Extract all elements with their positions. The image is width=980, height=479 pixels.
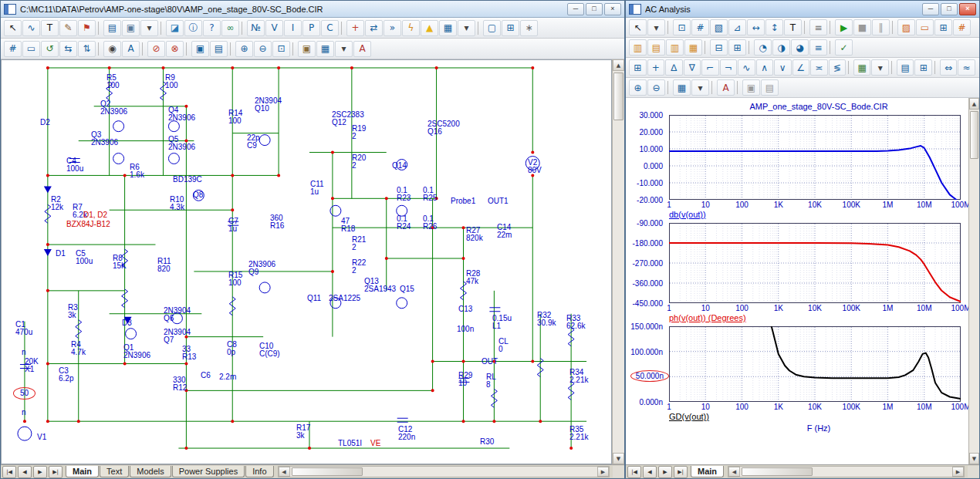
link-icon[interactable]: ∞ xyxy=(221,20,239,36)
step-arrows-icon[interactable]: » xyxy=(384,20,401,36)
component-label[interactable]: R10 4.3k xyxy=(170,196,184,211)
component-label[interactable]: Q4 2N3906 xyxy=(168,106,195,122)
minimize-button[interactable]: ─ xyxy=(922,3,939,15)
pause-icon[interactable]: ‖ xyxy=(872,19,890,35)
select-tool-icon[interactable]: ↖ xyxy=(4,20,22,36)
prev-page-button[interactable]: ◀ xyxy=(643,466,657,478)
component-label[interactable]: R14 100 xyxy=(228,110,242,125)
report-icon[interactable]: ▤ xyxy=(897,59,914,76)
close-button[interactable]: × xyxy=(604,3,621,15)
zoom-out-icon[interactable]: ⊖ xyxy=(254,41,272,57)
peak-icon[interactable]: ∆ xyxy=(665,59,683,76)
scrollbar-thumb[interactable] xyxy=(970,111,978,159)
component-label[interactable]: 2N3904 Q6 xyxy=(164,307,191,322)
component-label[interactable]: Q5 2N3906 xyxy=(168,136,195,151)
cursor-crosshair-icon[interactable]: # xyxy=(691,19,709,35)
warning-icon[interactable]: ▲ xyxy=(421,20,438,36)
component-label[interactable]: Q15 xyxy=(400,285,414,293)
currents-icon[interactable]: I xyxy=(284,20,302,36)
cursor-mode-dropdown-icon[interactable]: ▾ xyxy=(647,19,665,35)
quad-pane-icon[interactable]: ▦ xyxy=(684,39,702,56)
wire-tool-icon[interactable]: ∿ xyxy=(22,20,40,36)
numeric-output-icon[interactable]: ⊞ xyxy=(934,19,952,35)
color-brush-icon[interactable]: ◪ xyxy=(166,20,184,36)
component-label[interactable]: CL 0 xyxy=(498,338,509,353)
component-label[interactable]: 360 R16 xyxy=(270,214,284,230)
GD(v(out))-plot[interactable] xyxy=(669,326,961,402)
attribute-text-icon[interactable]: A xyxy=(353,41,371,57)
component-label[interactable]: 47 R18 xyxy=(341,218,355,233)
component-label[interactable]: n xyxy=(22,409,26,417)
slope-icon[interactable]: ∠ xyxy=(792,59,810,76)
component-dropdown-icon[interactable]: ▾ xyxy=(140,20,158,36)
align-cursors-icon[interactable]: ⇔ xyxy=(940,59,958,76)
analysis-vertical-scrollbar[interactable]: ▲ ▼ xyxy=(968,98,979,464)
tab-main[interactable]: Main xyxy=(66,466,99,477)
inflection-icon[interactable]: ∿ xyxy=(738,59,755,76)
layout-dropdown-icon[interactable]: ▾ xyxy=(335,41,353,57)
global-low-icon[interactable]: ∨ xyxy=(774,59,792,76)
component-label[interactable]: V2 80V xyxy=(528,159,542,174)
first-page-button[interactable]: |◀ xyxy=(627,466,641,478)
analysis-horizontal-scrollbar[interactable]: ◀ ▶ xyxy=(728,466,965,477)
component-label[interactable]: 0.1 R25 xyxy=(423,187,437,202)
data-points-icon[interactable]: ▨ xyxy=(897,19,915,35)
undo-icon[interactable]: ↺ xyxy=(41,41,59,57)
cursor-q2-icon[interactable]: ◑ xyxy=(772,39,790,56)
component-label[interactable]: R29 10 xyxy=(458,372,472,387)
text-tool-icon[interactable]: T xyxy=(41,20,59,36)
select-region-icon[interactable]: ▭ xyxy=(22,41,40,57)
phase-trace-label[interactable]: ph(v(out)) (Degrees) xyxy=(669,313,746,322)
component-label[interactable]: C13 xyxy=(458,305,472,313)
last-sheet-button[interactable]: ▶| xyxy=(49,466,63,478)
schematic-vertical-scrollbar[interactable]: ▲ ▼ xyxy=(612,59,624,464)
component-label[interactable]: R11 820 xyxy=(157,258,171,273)
find-text-icon[interactable]: A xyxy=(122,41,140,57)
component-label[interactable]: R33 62.6k xyxy=(566,315,585,330)
component-label[interactable]: 33 R13 xyxy=(182,346,196,361)
node-numbers-icon[interactable]: № xyxy=(247,20,265,36)
component-label[interactable]: R9 100 xyxy=(165,74,178,89)
component-label[interactable]: R28 47k xyxy=(466,270,480,285)
vertical-tag-icon[interactable]: ↕ xyxy=(765,19,783,35)
restore-button[interactable]: □ xyxy=(941,3,958,15)
restore-button[interactable]: □ xyxy=(586,3,603,15)
component-label[interactable]: R21 2 xyxy=(352,236,366,251)
clipboard-icon[interactable]: ▣ xyxy=(122,20,140,36)
page-copy-icon[interactable]: ▣ xyxy=(742,79,760,96)
horizontal-tag-icon[interactable]: ↔ xyxy=(747,19,765,35)
scrollbar-thumb[interactable] xyxy=(613,73,623,120)
high-icon[interactable]: ⌐ xyxy=(701,59,719,76)
grid-icon[interactable]: ▦ xyxy=(673,79,691,96)
component-label[interactable]: C12 220n xyxy=(398,426,415,441)
scrollbar-thumb[interactable] xyxy=(742,467,813,476)
component-label[interactable]: Q3 2N3906 xyxy=(91,131,118,147)
prev-sheet-button[interactable]: ◀ xyxy=(18,466,32,478)
cursor-q3-icon[interactable]: ◕ xyxy=(791,39,809,56)
measure-icon[interactable]: ≶ xyxy=(829,59,847,76)
select-tool-icon[interactable]: ↖ xyxy=(629,19,647,35)
component-label[interactable]: R5 100 xyxy=(106,74,120,89)
component-label[interactable]: n xyxy=(22,349,26,356)
component-label[interactable]: D2 xyxy=(40,119,50,126)
crosshair-icon[interactable]: + xyxy=(346,20,364,36)
schematic-window-titlebar[interactable]: C:\MC11\DATA\Petrov\AMP-one-stage\80V\AM… xyxy=(1,1,624,18)
component-label[interactable]: C6 xyxy=(201,372,211,379)
split-vertical-icon[interactable]: ▥ xyxy=(666,39,684,56)
add-cross-icon[interactable]: + xyxy=(647,59,665,76)
schematic-canvas[interactable]: D2R5 100R9 100Q2 2N3906Q4 2N3906Q3 2N390… xyxy=(1,59,612,464)
component-label[interactable]: R15 100 xyxy=(228,272,242,287)
help-mode-icon[interactable]: ? xyxy=(203,20,221,36)
component-label[interactable]: R8 15K xyxy=(113,255,127,270)
component-label[interactable]: Q11 xyxy=(307,295,321,302)
first-sheet-button[interactable]: |◀ xyxy=(2,466,16,478)
tab-power-supplies[interactable]: Power Supplies xyxy=(172,466,245,477)
swap-arrows-icon[interactable]: ⇄ xyxy=(365,20,383,36)
component-label[interactable]: Probe1 xyxy=(451,197,475,205)
component-label[interactable]: 0.1 R26 xyxy=(423,215,437,231)
component-label[interactable]: OUT1 xyxy=(488,197,509,205)
bias-lightning-icon[interactable]: ϟ xyxy=(402,20,420,36)
grid-dropdown-icon[interactable]: ▾ xyxy=(691,79,709,96)
new-sheet-icon[interactable]: ⊞ xyxy=(502,20,519,36)
gain-trace-label[interactable]: db(v(out)) xyxy=(669,210,706,219)
